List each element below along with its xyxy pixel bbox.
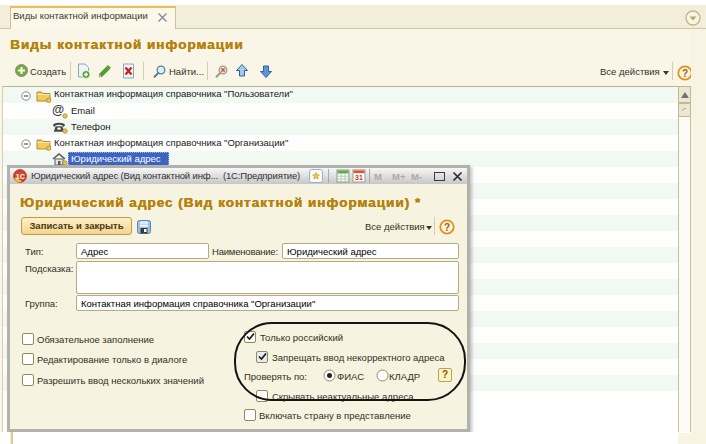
svg-text:1С: 1С bbox=[16, 173, 25, 180]
svg-text:?: ? bbox=[682, 68, 688, 79]
svg-text:?: ? bbox=[444, 222, 450, 233]
svg-text:31: 31 bbox=[355, 174, 363, 181]
